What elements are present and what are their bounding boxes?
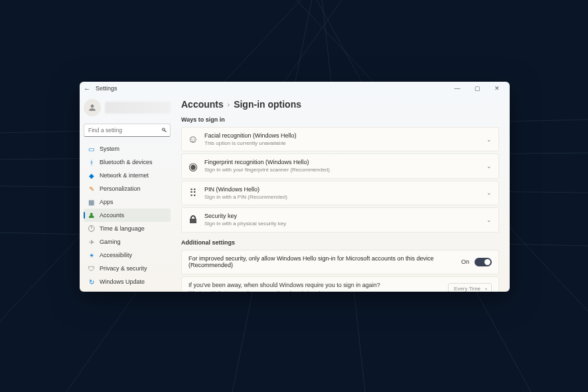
main-content[interactable]: Accounts › Sign-in options Ways to sign … [175,95,510,292]
sidebar-item-apps[interactable]: ▦Apps [84,195,171,209]
sidebar-item-privacy[interactable]: 🛡︎Privacy & security [84,262,171,275]
search-input[interactable] [84,124,171,137]
gaming-icon: ✈︎ [88,239,95,246]
toggle-switch[interactable] [475,258,492,266]
breadcrumb-parent[interactable]: Accounts [181,99,224,110]
sidebar-item-accessibility[interactable]: ✴︎Accessibility [84,248,171,262]
search-icon: 🔍︎ [161,127,167,134]
bluetooth-icon: ᚼ [88,159,95,166]
option-hello-only[interactable]: For improved security, only allow Window… [181,250,499,275]
sidebar-item-personalization[interactable]: ✎Personalization [84,182,171,195]
wifi-icon: ◆ [88,172,95,179]
page-title: Sign-in options [234,99,301,110]
option-fingerprint[interactable]: ◉ Fingerprint recognition (Windows Hello… [181,153,499,178]
back-button[interactable]: ← [82,85,92,92]
section-additional: Additional settings [181,239,499,246]
section-ways-to-sign-in: Ways to sign in [181,116,499,123]
clock-icon: 🕐︎ [88,225,95,233]
search-box[interactable]: 🔍︎ [84,123,171,137]
sidebar-item-network[interactable]: ◆Network & internet [84,169,171,182]
option-security-key[interactable]: 🔒︎ Security key Sign in with a physical … [181,207,499,232]
sidebar-item-system[interactable]: ▭System [84,142,171,155]
face-icon: ☺︎ [188,135,198,144]
user-name [105,102,171,114]
titlebar: ← Settings — ▢ ✕ [80,82,510,95]
fingerprint-icon: ◉ [188,161,198,171]
display-icon: ▭ [88,146,95,153]
sidebar: 🔍︎ ▭System ᚼBluetooth & devices ◆Network… [80,95,175,292]
chevron-down-icon: ⌄ [486,136,492,143]
nav-list: ▭System ᚼBluetooth & devices ◆Network & … [84,142,171,288]
option-require-signin[interactable]: If you've been away, when should Windows… [181,276,499,292]
window-title: Settings [96,85,117,92]
avatar [84,99,101,116]
update-icon: ↻ [88,278,95,286]
chevron-down-icon: ⌄ [486,189,492,196]
chevron-right-icon: › [228,101,230,108]
breadcrumb: Accounts › Sign-in options [181,99,499,110]
close-button[interactable]: ✕ [487,85,507,92]
settings-window: ← Settings — ▢ ✕ 🔍︎ ▭System ᚼBluetooth &… [80,82,510,292]
option-facial-recognition[interactable]: ☺︎ Facial recognition (Windows Hello) Th… [181,127,499,151]
maximize-button[interactable]: ▢ [467,85,487,92]
chevron-down-icon: ⌄ [486,217,492,223]
apps-icon: ▦ [88,199,95,206]
sidebar-item-gaming[interactable]: ✈︎Gaming [84,235,171,248]
brush-icon: ✎ [88,185,95,193]
option-pin[interactable]: ⠿ PIN (Windows Hello) Sign in with a PIN… [181,181,499,205]
pin-icon: ⠿ [188,188,198,197]
sidebar-item-time[interactable]: 🕐︎Time & language [84,222,171,235]
key-icon: 🔒︎ [188,215,198,225]
shield-icon: 🛡︎ [88,265,95,272]
sidebar-item-bluetooth[interactable]: ᚼBluetooth & devices [84,155,171,169]
minimize-button[interactable]: — [447,85,467,92]
user-row[interactable] [84,98,171,118]
sidebar-item-accounts[interactable]: 👤︎Accounts [84,209,171,222]
sidebar-item-windows-update[interactable]: ↻Windows Update [84,275,171,288]
chevron-down-icon: ⌄ [486,163,492,169]
accessibility-icon: ✴︎ [88,252,95,259]
require-signin-dropdown[interactable]: Every Time [448,283,492,292]
toggle-state-label: On [461,258,469,265]
person-icon: 👤︎ [88,212,95,219]
